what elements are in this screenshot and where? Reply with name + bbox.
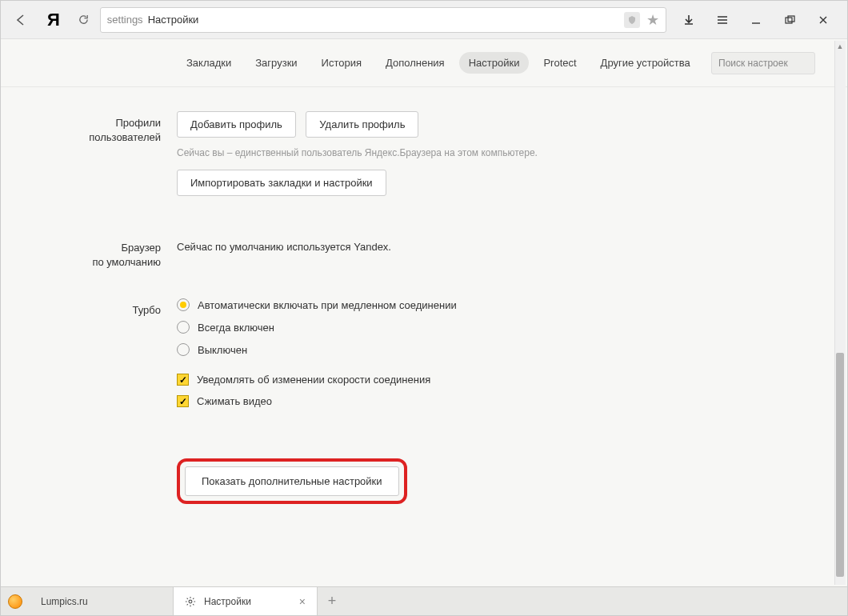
address-right: ★ (624, 11, 659, 29)
section-profiles: Профили пользователей Добавить профиль У… (1, 111, 815, 202)
tab-bar: Lumpics.ru Настройки × + (1, 586, 847, 615)
gear-icon (185, 596, 196, 607)
default-browser-label: Браузер по умолчанию (1, 236, 177, 270)
toolbar: Я settings Настройки ★ (1, 1, 847, 39)
profiles-label: Профили пользователей (1, 111, 177, 202)
back-button[interactable] (7, 8, 34, 32)
new-tab-button[interactable]: + (318, 587, 346, 615)
os-start-icon[interactable] (1, 587, 30, 615)
turbo-label: Турбо (1, 298, 177, 417)
window-controls (671, 10, 841, 30)
default-browser-text: Сейчас по умолчанию используется Yandex. (177, 236, 815, 270)
settings-nav: Закладки Загрузки История Дополнения Нас… (1, 39, 847, 87)
radio-icon (177, 343, 190, 356)
svg-rect-1 (788, 16, 794, 22)
svg-rect-0 (786, 18, 792, 23)
nav-bookmarks[interactable]: Закладки (177, 52, 241, 74)
radio-label: Выключен (198, 344, 247, 356)
radio-label: Автоматически включать при медленном сое… (198, 299, 457, 311)
turbo-radio-auto[interactable]: Автоматически включать при медленном сое… (177, 298, 815, 311)
turbo-radio-off[interactable]: Выключен (177, 343, 815, 356)
maximize-button[interactable] (780, 10, 799, 30)
turbo-controls: Автоматически включать при медленном сое… (177, 298, 815, 417)
settings-search-input[interactable]: Поиск настроек (711, 52, 815, 74)
address-prefix: settings (107, 14, 143, 26)
section-advanced: Показать дополнительные настройки (1, 458, 815, 504)
scroll-up-icon[interactable]: ▲ (834, 42, 846, 50)
section-default-browser: Браузер по умолчанию Сейчас по умолчанию… (1, 236, 815, 270)
delete-profile-button[interactable]: Удалить профиль (306, 111, 418, 138)
checkbox-icon (177, 374, 189, 386)
tab-close-icon[interactable]: × (299, 595, 306, 608)
browser-window: Я settings Настройки ★ (0, 0, 848, 616)
reload-button[interactable] (73, 14, 95, 26)
checkbox-label: Сжимать видео (197, 395, 272, 407)
nav-settings[interactable]: Настройки (459, 52, 530, 74)
checkbox-label: Уведомлять об изменении скорости соедине… (197, 374, 430, 386)
scrollbar-vertical[interactable]: ▲ (834, 41, 846, 585)
settings-body: Профили пользователей Добавить профиль У… (1, 87, 847, 538)
tab-lumpics[interactable]: Lumpics.ru (30, 587, 174, 615)
turbo-check-notify[interactable]: Уведомлять об изменении скорости соедине… (177, 374, 815, 386)
close-button[interactable] (814, 10, 833, 30)
tab-label: Lumpics.ru (41, 596, 88, 607)
nav-extensions[interactable]: Дополнения (376, 52, 454, 74)
content-area: ▲ Закладки Загрузки История Дополнения Н… (1, 39, 847, 586)
address-bar[interactable]: settings Настройки ★ (100, 7, 666, 33)
downloads-icon[interactable] (679, 10, 698, 30)
add-profile-button[interactable]: Добавить профиль (177, 111, 296, 138)
protect-badge-icon[interactable] (624, 12, 640, 28)
turbo-check-compress[interactable]: Сжимать видео (177, 395, 815, 407)
minimize-button[interactable] (746, 10, 766, 30)
show-advanced-button[interactable]: Показать дополнительные настройки (185, 466, 399, 496)
nav-other-devices[interactable]: Другие устройства (591, 52, 700, 74)
address-title: Настройки (148, 14, 199, 26)
nav-downloads[interactable]: Загрузки (246, 52, 306, 74)
radio-label: Всегда включен (198, 322, 274, 334)
checkbox-icon (177, 395, 189, 407)
tab-label: Настройки (204, 596, 251, 607)
nav-protect[interactable]: Protect (534, 52, 586, 74)
import-button[interactable]: Импортировать закладки и настройки (177, 170, 386, 196)
profiles-controls: Добавить профиль Удалить профиль Сейчас … (177, 111, 815, 202)
nav-history[interactable]: История (312, 52, 371, 74)
highlight-ring: Показать дополнительные настройки (177, 458, 407, 504)
yandex-logo[interactable]: Я (39, 10, 68, 30)
tab-settings[interactable]: Настройки × (174, 587, 318, 615)
bookmark-star-icon[interactable]: ★ (646, 11, 659, 29)
svg-point-2 (189, 600, 192, 603)
radio-icon (177, 298, 190, 311)
turbo-radio-always[interactable]: Всегда включен (177, 321, 815, 334)
scroll-thumb[interactable] (836, 353, 844, 577)
radio-icon (177, 321, 190, 334)
profiles-hint: Сейчас вы – единственный пользователь Ян… (177, 147, 815, 158)
section-turbo: Турбо Автоматически включать при медленн… (1, 298, 815, 417)
menu-icon[interactable] (713, 10, 732, 30)
